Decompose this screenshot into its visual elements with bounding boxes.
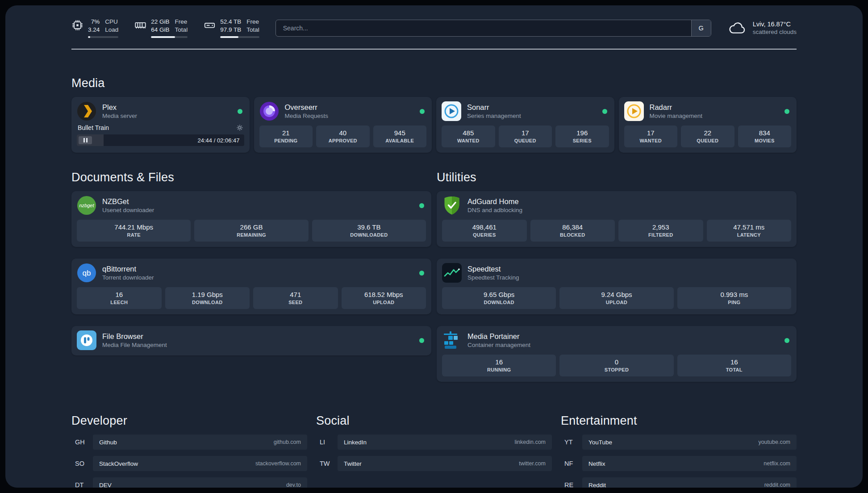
status-dot <box>420 109 425 114</box>
service-name: File Browser <box>102 332 413 341</box>
service-name: qBittorrent <box>102 265 413 273</box>
bookmark-abbr: RE <box>561 481 582 488</box>
service-name: Overseerr <box>285 103 414 112</box>
service-name: Media Portainer <box>467 332 779 341</box>
speedtest-icon <box>442 263 462 283</box>
stat-latency: 47.571 ms LATENCY <box>707 220 792 242</box>
status-dot <box>419 271 424 276</box>
bookmark-abbr: NF <box>561 460 582 467</box>
bookmark-link[interactable]: YouTube youtube.com <box>582 435 797 450</box>
bookmark-abbr: TW <box>316 460 338 467</box>
memory-widget: 22 GiB 64 GiB Free Total <box>134 18 188 38</box>
section-title-media: Media <box>71 76 797 90</box>
overseerr-icon <box>259 101 279 121</box>
stat-queries: 498,461 QUERIES <box>442 220 527 242</box>
search-provider-button[interactable]: G <box>691 20 711 36</box>
bookmark-link[interactable]: LinkedIn linkedin.com <box>338 435 552 450</box>
disk-total-value: 97.9 TB <box>220 26 241 34</box>
service-description: Usenet downloader <box>102 207 413 213</box>
stat-remaining: 266 GB REMAINING <box>194 220 308 242</box>
service-description: DNS and adblocking <box>467 207 791 213</box>
bookmark-link[interactable]: StackOverflow stackoverflow.com <box>93 456 307 471</box>
service-card-overseerr[interactable]: Overseerr Media Requests 21 PENDING 40 A… <box>254 97 432 153</box>
pause-icon[interactable] <box>79 136 92 144</box>
service-card-portainer[interactable]: Media Portainer Container management 16 … <box>437 326 797 382</box>
stat-queued: 22 QUEUED <box>681 125 734 147</box>
service-card-plex[interactable]: Plex Media server Bullet Train <box>71 97 250 153</box>
memory-usage-bar <box>151 36 188 38</box>
cpu-usage-bar <box>88 36 118 38</box>
weather-widget: Lviv, 16.87°C scattered clouds <box>727 21 797 35</box>
stat-ping: 0.993 ms PING <box>677 287 791 309</box>
header-divider <box>71 49 797 50</box>
service-name: Sonarr <box>467 103 597 112</box>
cpu-widget: 7% 3.24 CPU Load <box>71 18 118 38</box>
status-dot <box>419 338 424 343</box>
stat-download: 1.19 Gbps DOWNLOAD <box>165 287 250 309</box>
service-name: AdGuard Home <box>467 197 791 206</box>
service-description: Container management <box>467 342 779 348</box>
service-card-adguard[interactable]: AdGuard Home DNS and adblocking 498,461 … <box>437 191 797 247</box>
stat-pending: 21 PENDING <box>259 125 313 147</box>
bookmark-link[interactable]: Github github.com <box>93 435 307 450</box>
service-description: Media File Management <box>102 342 413 348</box>
stat-downloaded: 39.6 TB DOWNLOADED <box>312 220 426 242</box>
section-title-social: Social <box>316 414 552 428</box>
cpu-load-label: Load <box>105 26 118 34</box>
bookmark-dev: DT DEV dev.to <box>71 477 307 488</box>
bookmark-youtube: YT YouTube youtube.com <box>561 435 797 450</box>
stat-total: 16 TOTAL <box>677 355 791 376</box>
service-card-radarr[interactable]: Radarr Movie management 17 WANTED 22 QUE… <box>619 97 797 153</box>
memory-total-value: 64 GiB <box>151 26 169 34</box>
service-name: NZBGet <box>102 197 413 206</box>
bookmark-abbr: DT <box>71 481 93 488</box>
section-title-entertainment: Entertainment <box>561 414 797 428</box>
service-description: Movie management <box>650 113 779 119</box>
service-card-filebrowser[interactable]: File Browser Media File Management <box>71 326 431 355</box>
disk-icon <box>204 19 216 31</box>
svg-text:qb: qb <box>83 269 91 277</box>
memory-total-label: Total <box>175 26 188 34</box>
disk-usage-bar <box>220 36 259 38</box>
stat-rate: 744.21 Mbps RATE <box>77 220 191 242</box>
bookmark-github: GH Github github.com <box>71 435 307 450</box>
stat-running: 16 RUNNING <box>442 355 556 376</box>
stat-queued: 17 QUEUED <box>499 125 552 147</box>
disk-free-label: Free <box>246 18 259 26</box>
status-dot <box>602 109 607 114</box>
playback-time: 24:44 / 02:06:47 <box>198 137 240 144</box>
service-description: Media server <box>102 113 232 119</box>
bookmark-link[interactable]: Netflix netflix.com <box>582 456 797 471</box>
status-dot <box>785 338 789 343</box>
stat-leech: 16 LEECH <box>77 287 162 309</box>
service-description: Torrent downloader <box>102 274 413 281</box>
bookmark-group-social: Social LI LinkedIn linkedin.com TW Twitt… <box>316 414 552 488</box>
service-card-qbittorrent[interactable]: qb qBittorrent Torrent downloader <box>71 259 431 314</box>
service-card-nzbget[interactable]: nzbget NZBGet Usenet downloader 74 <box>71 191 431 247</box>
service-description: Media Requests <box>285 113 414 119</box>
bookmark-link[interactable]: DEV dev.to <box>93 477 307 488</box>
playback-progress-bar[interactable]: 24:44 / 02:06:47 <box>77 134 244 146</box>
plex-now-playing: Bullet Train 24:44 / 02:06:4 <box>77 124 244 146</box>
section-title-developer: Developer <box>71 414 307 428</box>
disk-total-label: Total <box>246 26 259 34</box>
stat-wanted: 485 WANTED <box>442 125 495 147</box>
bookmark-abbr: GH <box>71 439 93 446</box>
adguard-icon <box>442 196 462 215</box>
qbittorrent-icon: qb <box>77 263 96 283</box>
bookmark-netflix: NF Netflix netflix.com <box>561 456 797 471</box>
gear-icon[interactable] <box>236 124 243 131</box>
service-card-sonarr[interactable]: Sonarr Series management 485 WANTED 17 Q… <box>436 97 614 153</box>
bookmark-abbr: YT <box>561 439 582 446</box>
bookmark-link[interactable]: Reddit reddit.com <box>582 477 797 488</box>
stat-approved: 40 APPROVED <box>316 125 370 147</box>
bookmark-link[interactable]: Twitter twitter.com <box>338 456 552 471</box>
weather-condition: scattered clouds <box>753 29 797 35</box>
sonarr-icon <box>442 101 461 121</box>
bookmark-group-developer: Developer GH Github github.com SO StackO… <box>71 414 307 488</box>
service-card-speedtest[interactable]: Speedtest Speedtest Tracking 9.65 Gbps D… <box>437 259 797 314</box>
portainer-icon <box>442 330 462 350</box>
weather-location: Lviv, 16.87°C <box>753 21 797 28</box>
resource-widgets: 7% 3.24 CPU Load <box>71 18 259 38</box>
search-input[interactable] <box>276 20 691 36</box>
